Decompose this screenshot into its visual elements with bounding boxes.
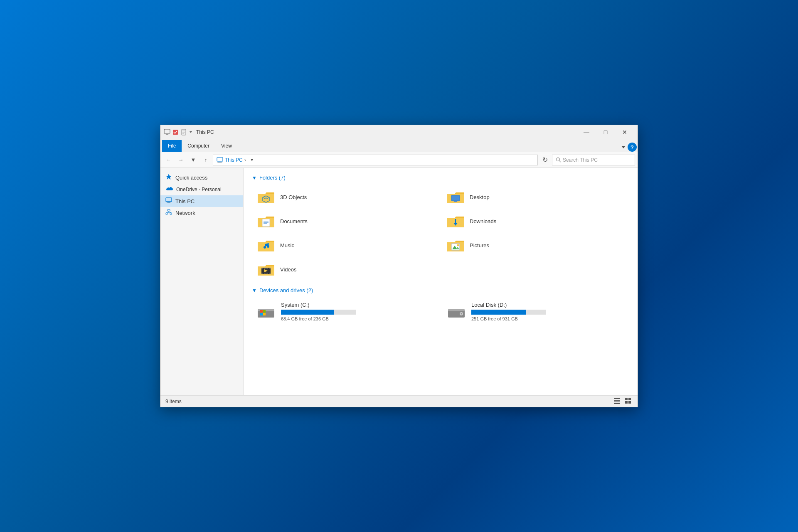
svg-rect-17: [167, 202, 170, 203]
ribbon: File Computer View ?: [160, 139, 638, 152]
onedrive-icon: [165, 186, 173, 193]
sidebar-item-quick-access[interactable]: Quick access: [160, 171, 243, 184]
drive-c-free: 68.4 GB free of 236 GB: [281, 316, 356, 321]
tiles-view-icon[interactable]: [623, 397, 633, 406]
svg-rect-34: [451, 195, 460, 201]
folder-desktop-icon: [446, 188, 466, 206]
folders-section-title: Folders (7): [259, 175, 286, 181]
svg-rect-87: [628, 398, 631, 400]
sidebar-item-this-pc[interactable]: This PC: [160, 195, 243, 207]
folder-videos[interactable]: Videos: [252, 258, 440, 281]
drive-c-bar: [281, 310, 334, 315]
svg-marker-48: [258, 241, 274, 242]
folder-3d-objects-label: 3D Objects: [280, 194, 307, 200]
svg-rect-63: [261, 268, 263, 269]
svg-point-81: [461, 313, 462, 314]
svg-marker-8: [190, 131, 192, 133]
svg-marker-27: [258, 192, 274, 194]
back-button[interactable]: ←: [163, 155, 174, 165]
refresh-button[interactable]: ↻: [539, 155, 550, 165]
folder-3d-objects[interactable]: 3D Objects: [252, 186, 440, 208]
dropdown-arrow-icon: [189, 130, 193, 134]
drive-c[interactable]: System (C:) 68.4 GB free of 236 GB: [252, 298, 439, 325]
folder-downloads-icon: [446, 212, 466, 230]
drive-d-free: 251 GB free of 931 GB: [471, 316, 546, 321]
chevron-down-ribbon-icon[interactable]: [620, 144, 627, 150]
svg-rect-69: [266, 273, 268, 274]
up-button[interactable]: ↑: [200, 155, 211, 165]
svg-rect-36: [453, 202, 458, 202]
monitor-icon: [164, 129, 170, 135]
folder-desktop[interactable]: Desktop: [441, 186, 629, 208]
folder-3d-objects-icon: [256, 188, 276, 206]
search-box[interactable]: Search This PC: [552, 155, 635, 165]
help-button[interactable]: ?: [628, 143, 637, 152]
checkmark-icon: [172, 129, 179, 135]
sidebar-item-onedrive[interactable]: OneDrive - Personal: [160, 184, 243, 195]
tab-file[interactable]: File: [162, 140, 182, 152]
search-icon: [556, 157, 561, 163]
svg-rect-76: [260, 313, 263, 315]
svg-rect-19: [167, 209, 170, 211]
folder-pictures-label: Pictures: [470, 242, 489, 249]
folder-videos-icon: [256, 261, 276, 278]
folders-section-header[interactable]: ▼ Folders (7): [252, 175, 629, 181]
tab-computer[interactable]: Computer: [182, 140, 215, 152]
folder-pictures[interactable]: Pictures: [441, 234, 629, 256]
folders-grid: 3D Objects Desktop: [252, 186, 629, 281]
page-icon: [180, 129, 187, 135]
this-pc-icon: [165, 197, 172, 205]
folder-music[interactable]: Music: [252, 234, 440, 256]
folder-downloads-label: Downloads: [470, 218, 496, 224]
recent-locations-button[interactable]: ▼: [188, 155, 199, 165]
details-view-icon[interactable]: [613, 397, 622, 406]
svg-rect-89: [628, 401, 631, 404]
minimize-button[interactable]: —: [577, 125, 596, 139]
svg-rect-0: [164, 129, 170, 133]
svg-marker-33: [447, 192, 464, 194]
svg-rect-66: [269, 268, 271, 269]
ribbon-tabs: File Computer View ?: [160, 139, 638, 152]
svg-marker-38: [258, 217, 274, 218]
folder-music-label: Music: [280, 242, 294, 249]
address-bar: ← → ▼ ↑ This PC › ▼ ↻ Search This PC: [160, 152, 638, 168]
folders-chevron-icon: ▼: [252, 175, 257, 181]
status-bar: 9 items: [160, 395, 638, 407]
forward-button[interactable]: →: [175, 155, 186, 165]
svg-rect-18: [167, 203, 171, 203]
drives-chevron-icon: ▼: [252, 288, 257, 293]
drive-d-bar: [471, 310, 526, 315]
svg-rect-35: [454, 201, 457, 202]
svg-rect-21: [170, 213, 172, 214]
close-button[interactable]: ✕: [615, 125, 634, 139]
folder-downloads[interactable]: Downloads: [441, 210, 629, 232]
window-controls: — □ ✕: [577, 125, 634, 139]
tab-view[interactable]: View: [215, 140, 238, 152]
address-dropdown-button[interactable]: ▼: [248, 155, 256, 165]
maximize-button[interactable]: □: [596, 125, 615, 139]
svg-rect-65: [266, 268, 268, 269]
drive-c-info: System (C:) 68.4 GB free of 236 GB: [281, 302, 356, 321]
svg-marker-15: [166, 174, 172, 180]
drive-d-name: Local Disk (D:): [471, 302, 546, 308]
drives-section-title: Devices and drives (2): [259, 287, 313, 293]
drive-d-info: Local Disk (D:) 251 GB free of 931 GB: [471, 302, 546, 321]
content-area: ▼ Folders (7): [244, 168, 638, 395]
address-path[interactable]: This PC › ▼: [213, 155, 538, 165]
folder-documents[interactable]: Documents: [252, 210, 440, 232]
svg-rect-85: [614, 403, 620, 404]
svg-rect-64: [264, 268, 266, 269]
svg-rect-84: [614, 401, 620, 402]
drive-d[interactable]: Local Disk (D:) 251 GB free of 931 GB: [442, 298, 629, 325]
svg-rect-12: [217, 162, 222, 163]
drives-section-header[interactable]: ▼ Devices and drives (2): [252, 287, 629, 293]
drive-c-icon: [256, 303, 276, 320]
item-count: 9 items: [165, 399, 182, 404]
sidebar-item-network[interactable]: Network: [160, 207, 243, 219]
svg-rect-2: [165, 135, 169, 135]
svg-rect-10: [217, 158, 223, 161]
drive-c-name: System (C:): [281, 302, 356, 308]
svg-rect-1: [166, 134, 168, 135]
svg-marker-61: [258, 265, 274, 266]
main-area: Quick access OneDrive - Personal: [160, 168, 638, 395]
